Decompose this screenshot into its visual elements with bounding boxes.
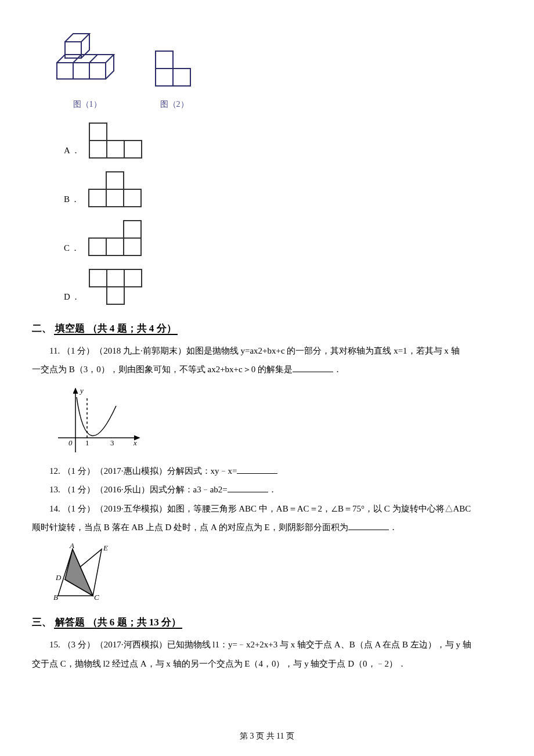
section-2-prefix: 二、 [32, 323, 54, 334]
choice-d-label: D． [64, 289, 81, 308]
q11-svg: 0 1 3 x y [52, 383, 145, 458]
q13: 13. （1 分）（2016·乐山）因式分解：a3﹣ab2=． [32, 481, 502, 498]
svg-text:A: A [69, 541, 74, 550]
choice-b: B． [64, 170, 502, 210]
q13-post: ． [268, 485, 277, 494]
svg-text:D: D [55, 573, 62, 582]
svg-rect-24 [107, 269, 124, 287]
q15-line2: 交于点 C，抛物线 l2 经过点 A，与 x 轴的另一个交点为 E（4，0），与… [32, 656, 502, 672]
choice-c-label: C． [64, 240, 81, 259]
choice-b-svg [86, 170, 147, 210]
q12-blank[interactable] [237, 465, 277, 474]
q11-line1: 11. （1 分）（2018 九上·前郭期末）如图是抛物线 y=ax2+bx+c… [32, 343, 502, 359]
fig1-caption: 图（1） [52, 97, 122, 113]
svg-rect-2 [73, 63, 89, 79]
svg-rect-11 [89, 123, 107, 141]
choice-b-label: B． [64, 191, 81, 210]
svg-rect-22 [124, 238, 141, 255]
figure-2: 图（2） [151, 46, 197, 113]
svg-rect-16 [89, 189, 106, 207]
svg-rect-13 [107, 141, 124, 158]
section-3-heading: 三、 解答题 （共 6 题；共 13 分） [32, 613, 502, 632]
q14-line2: 顺时针旋转，当点 B 落在 AB 上点 D 处时，点 A 的对应点为 E，则阴影… [32, 519, 502, 536]
q12-pre: 12. （1 分）（2017·惠山模拟）分解因式：xy﹣x= [49, 466, 237, 476]
svg-text:0: 0 [68, 438, 73, 447]
svg-text:y: y [79, 386, 84, 395]
section-3-prefix: 三、 [32, 617, 54, 628]
svg-rect-3 [89, 63, 106, 79]
svg-rect-25 [124, 269, 142, 287]
svg-rect-9 [156, 69, 173, 86]
svg-rect-20 [89, 238, 106, 255]
svg-text:x: x [133, 438, 137, 447]
svg-line-5 [89, 55, 98, 63]
svg-text:E: E [103, 543, 108, 552]
q11-blank[interactable] [293, 364, 333, 373]
q11-line2: 一交点为 B（3，0），则由图象可知，不等式 ax2+bx+c＞0 的解集是． [32, 361, 502, 378]
section-2-heading: 二、 填空题 （共 4 题；共 4 分） [32, 319, 502, 338]
svg-rect-17 [106, 189, 124, 207]
svg-rect-15 [106, 172, 124, 189]
choice-c: C． [64, 218, 502, 259]
q14-svg: A E D B C [52, 541, 122, 602]
svg-text:1: 1 [85, 438, 89, 447]
fig2-svg [151, 46, 197, 96]
q14-line1: 14. （1 分）（2019·五华模拟）如图，等腰三角形 ABC 中，AB＝AC… [32, 501, 502, 517]
svg-marker-37 [65, 549, 93, 596]
choice-c-svg [86, 218, 147, 259]
svg-rect-12 [89, 141, 107, 158]
q11-figure: 0 1 3 x y [52, 383, 502, 458]
top-figures: 图（1） 图（2） [52, 29, 502, 113]
svg-rect-14 [124, 141, 142, 158]
svg-rect-19 [124, 221, 141, 238]
choice-d: D． [64, 267, 502, 308]
q15-line1: 15. （3 分）（2017·河西模拟）已知抛物线 l1：y=﹣x2+2x+3 … [32, 636, 502, 653]
svg-rect-23 [89, 269, 107, 287]
svg-text:3: 3 [110, 438, 114, 447]
svg-rect-8 [156, 51, 173, 69]
svg-rect-26 [107, 287, 124, 304]
q14-figure: A E D B C [52, 541, 502, 602]
q11-l2-pre: 一交点为 B（3，0），则由图象可知，不等式 ax2+bx+c＞0 的解集是 [32, 365, 293, 374]
q13-blank[interactable] [228, 484, 268, 493]
figure-1: 图（1） [52, 29, 122, 113]
svg-rect-21 [106, 238, 124, 255]
svg-rect-1 [57, 63, 73, 79]
q14-l2-pre: 顺时针旋转，当点 B 落在 AB 上点 D 处时，点 A 的对应点为 E，则阴影… [32, 523, 348, 532]
choice-d-svg [87, 267, 148, 308]
svg-rect-10 [173, 69, 190, 86]
q11-l2-post: ． [333, 365, 342, 374]
svg-rect-0 [65, 42, 81, 58]
fig1-svg [52, 29, 122, 96]
choice-a: A． [64, 121, 502, 161]
section-3-body: 解答题 （共 6 题；共 13 分） [54, 617, 182, 629]
page-footer: 第 3 页 共 11 页 [0, 729, 534, 744]
svg-rect-18 [124, 189, 141, 207]
svg-text:B: B [53, 593, 58, 602]
choice-a-svg [87, 121, 148, 161]
fig2-caption: 图（2） [151, 97, 197, 113]
svg-text:C: C [94, 593, 99, 602]
q14-blank[interactable] [348, 522, 389, 531]
section-2-body: 填空题 （共 4 题；共 4 分） [54, 323, 177, 335]
q14-l2-post: ． [389, 523, 398, 532]
q13-pre: 13. （1 分）（2016·乐山）因式分解：a3﹣ab2= [49, 485, 228, 494]
q12: 12. （1 分）（2017·惠山模拟）分解因式：xy﹣x= [32, 463, 502, 480]
choice-a-label: A． [64, 142, 81, 161]
